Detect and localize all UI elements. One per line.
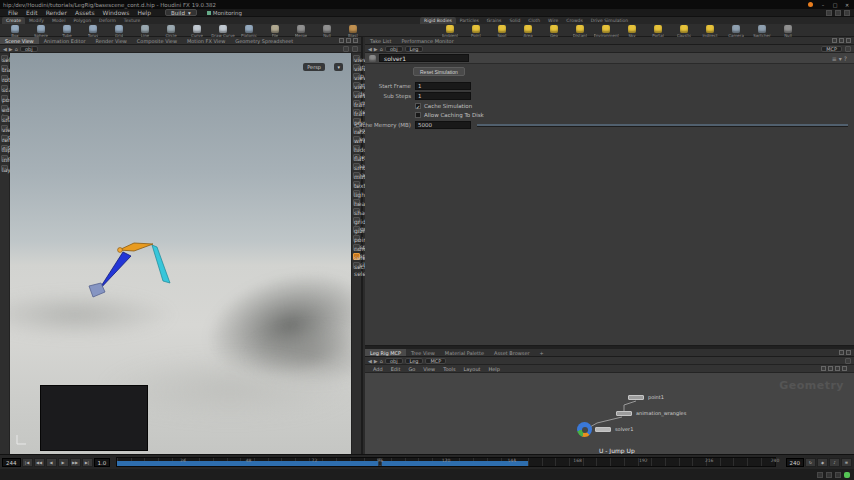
cache-memory-slider[interactable]: [477, 124, 848, 126]
viewport-display-icon[interactable]: lighting: [353, 190, 360, 197]
nav-back-icon[interactable]: ◀: [3, 46, 7, 52]
menu-item[interactable]: Add: [369, 366, 387, 372]
viewport-display-icon[interactable]: secure-selection: [353, 262, 360, 269]
menu-item[interactable]: Windows: [99, 9, 134, 16]
viewport-tool-icon[interactable]: edit-handles: [1, 105, 8, 112]
viewport-display-icon[interactable]: normals-display: [353, 244, 360, 251]
loop-icon[interactable]: ↻: [805, 458, 816, 467]
pane-tab[interactable]: Take List: [365, 37, 396, 44]
viewport-display-icon[interactable]: grid-toggle: [353, 217, 360, 224]
pane-split-horizontal-icon[interactable]: [832, 38, 837, 43]
shelf-tool[interactable]: Camera: [723, 24, 749, 38]
pane-tab[interactable]: Geometry Spreadsheet: [230, 37, 298, 44]
pane-tab[interactable]: Render View: [91, 37, 132, 44]
shelf-tool[interactable]: Sky: [619, 24, 645, 38]
reset-simulation-button[interactable]: Reset Simulation: [413, 67, 465, 76]
menu-item[interactable]: Tools: [439, 366, 459, 372]
pane-tab[interactable]: Animation Editor: [39, 37, 91, 44]
shelf-tool[interactable]: File: [262, 24, 288, 38]
pane-maximize-icon[interactable]: [846, 350, 851, 355]
viewport-tool-icon[interactable]: layout: [1, 165, 8, 172]
shelf-tab[interactable]: Model: [48, 17, 70, 24]
viewport-display-icon[interactable]: view-cam: [353, 91, 360, 98]
link-icon[interactable]: [352, 46, 358, 52]
audio-icon[interactable]: ♪: [829, 458, 840, 467]
color-palette-icon[interactable]: [842, 366, 847, 371]
shelf-tool[interactable]: Null: [775, 24, 801, 38]
pane-maximize-icon[interactable]: [846, 38, 851, 43]
message-log-icon[interactable]: [826, 472, 832, 478]
pane-tab[interactable]: Leg Rig MCP: [365, 349, 406, 356]
shelf-tool[interactable]: Line: [132, 24, 158, 38]
pane-split-vertical-icon[interactable]: [346, 38, 351, 43]
viewport-tool-icon[interactable]: translate: [1, 65, 8, 72]
viewport-tool-icon[interactable]: scale: [1, 85, 8, 92]
viewport-display-icon[interactable]: view-side: [353, 82, 360, 89]
viewport-display-icon[interactable]: frame-all: [353, 109, 360, 116]
badges-icon[interactable]: [835, 366, 840, 371]
pane-tab[interactable]: Scene View: [0, 37, 39, 44]
shelf-tool[interactable]: Sphere: [28, 24, 54, 38]
gear-icon[interactable]: ≡: [832, 55, 837, 62]
viewport-display-icon[interactable]: flat-shaded: [353, 154, 360, 161]
home-icon[interactable]: ⌂: [380, 358, 383, 364]
home-icon[interactable]: ⌂: [15, 46, 18, 52]
grid-snap-icon[interactable]: [821, 366, 826, 371]
menu-item[interactable]: Edit: [22, 9, 42, 16]
pane-split-horizontal-icon[interactable]: [339, 38, 344, 43]
pane-tab[interactable]: Performance Monitor: [396, 37, 458, 44]
nav-back-icon[interactable]: ◀: [368, 46, 372, 52]
viewport-tool-icon[interactable]: render-region: [1, 135, 8, 142]
layout-icon[interactable]: [826, 10, 832, 16]
network-canvas[interactable]: Geometry point1 animation_wrangles solve…: [365, 373, 854, 454]
timeline-ruler[interactable]: 24487296120144168192216240: [116, 457, 776, 467]
node-animation-wrangles[interactable]: [616, 411, 632, 416]
desktop-selector[interactable]: Build ▾: [165, 9, 197, 16]
pane-split-vertical-icon[interactable]: [839, 38, 844, 43]
end-frame-field[interactable]: 240: [786, 458, 805, 467]
shelf-tab[interactable]: Wire: [544, 17, 562, 24]
viewport-display-icon[interactable]: next-view: [353, 127, 360, 134]
playbar-options-icon[interactable]: ≡: [841, 458, 852, 467]
shelf-tool[interactable]: Merge: [288, 24, 314, 38]
viewport-tool-icon[interactable]: flipbook: [1, 145, 8, 152]
shelf-tool[interactable]: Null: [314, 24, 340, 38]
shelf-tab[interactable]: Crowds: [562, 17, 587, 24]
playback-speed-field[interactable]: 1.0: [94, 458, 111, 467]
sub-steps-field[interactable]: 1: [415, 92, 471, 100]
viewport-tool-icon[interactable]: info: [1, 155, 8, 162]
chevron-down-icon[interactable]: ▾: [839, 55, 842, 62]
viewport-tool-icon[interactable]: snap: [1, 115, 8, 122]
menu-item[interactable]: Assets: [71, 9, 99, 16]
allow-caching-checkbox[interactable]: [415, 112, 421, 118]
path-chip[interactable]: Leg: [405, 358, 424, 364]
settings-icon[interactable]: [844, 10, 850, 16]
transport-button[interactable]: ▶▶: [70, 458, 81, 467]
shelf-tool[interactable]: Portal: [645, 24, 671, 38]
window-control-button[interactable]: ✕: [843, 2, 851, 8]
nav-forward-icon[interactable]: ▶: [374, 358, 378, 364]
shelf-tool[interactable]: Platonic: [236, 24, 262, 38]
shelf-tool[interactable]: Curve: [184, 24, 210, 38]
shelf-tab[interactable]: Solid: [505, 17, 524, 24]
transport-button[interactable]: ◀: [46, 458, 57, 467]
shelf-tool[interactable]: Point: [463, 24, 489, 38]
nav-back-icon[interactable]: ◀: [368, 358, 372, 364]
home-icon[interactable]: ⌂: [380, 46, 383, 52]
pin-icon[interactable]: [845, 46, 851, 52]
camera-menu-icon[interactable]: ▾: [334, 63, 343, 71]
node-point1[interactable]: [628, 395, 644, 400]
viewport-display-icon[interactable]: headlight: [353, 199, 360, 206]
viewport-tool-icon[interactable]: select: [1, 55, 8, 62]
transport-button[interactable]: ▶|: [82, 458, 93, 467]
pin-icon[interactable]: [845, 358, 851, 364]
menu-item[interactable]: Layout: [460, 366, 485, 372]
menu-item[interactable]: Edit: [387, 366, 405, 372]
menu-item[interactable]: Go: [404, 366, 419, 372]
node-solver1[interactable]: [595, 427, 611, 432]
shelf-tab[interactable]: Create: [2, 17, 25, 24]
menu-item[interactable]: Render: [42, 9, 71, 16]
pane-tab[interactable]: Material Palette: [440, 349, 489, 356]
viewport-display-icon[interactable]: smooth-shaded: [353, 163, 360, 170]
path-chip[interactable]: Leg: [405, 46, 424, 52]
